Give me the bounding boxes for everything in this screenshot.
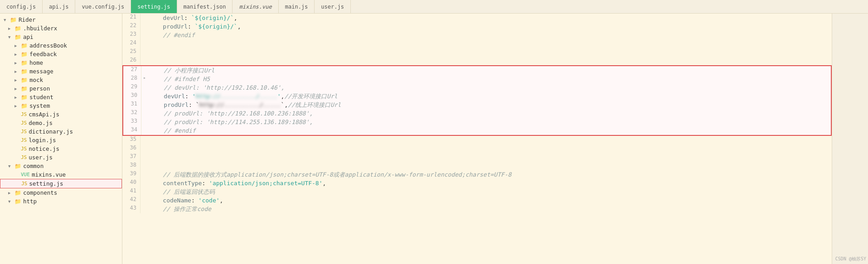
line-content-41: // 后端返回状态码 xyxy=(147,187,217,196)
line-fold-34[interactable] xyxy=(141,126,148,135)
line-content-26 xyxy=(147,57,154,65)
sidebar-item-message[interactable]: ▶📁message xyxy=(0,67,122,76)
code-line-27: 27 // 小程序接口Url xyxy=(122,65,832,75)
code-line-40: 40 contentType: 'application/json;charse… xyxy=(122,179,832,187)
sidebar-item-addressBook[interactable]: ▶📁addressBook xyxy=(0,41,122,50)
line-number-41: 41 xyxy=(122,187,141,196)
line-content-27: // 小程序接口Url xyxy=(148,66,216,75)
tab-vue_config.js[interactable]: vue.config.js xyxy=(75,0,131,13)
sidebar-item-api[interactable]: ▼📁api xyxy=(0,33,122,41)
line-fold-41[interactable] xyxy=(141,187,147,196)
line-content-30: devUrl: 'http://........../.....',//开发环境… xyxy=(148,92,339,101)
tab-config_js[interactable]: config.js xyxy=(0,0,43,13)
line-number-25: 25 xyxy=(122,48,141,57)
line-fold-43[interactable] xyxy=(141,205,147,213)
code-line-23: 23 // #endif xyxy=(122,31,832,39)
sidebar-item-http[interactable]: ▼📁http xyxy=(0,197,122,206)
line-fold-22[interactable] xyxy=(141,22,147,31)
line-fold-29[interactable] xyxy=(141,83,148,92)
code-line-37: 37 xyxy=(122,153,832,162)
line-fold-23[interactable] xyxy=(141,31,147,39)
line-number-36: 36 xyxy=(122,144,141,153)
sidebar-item-notice[interactable]: JSnotice.js xyxy=(0,144,122,153)
sidebar-item-system[interactable]: ▶📁system xyxy=(0,101,122,110)
tab-setting_js[interactable]: setting.js xyxy=(131,0,177,13)
line-number-26: 26 xyxy=(122,57,141,65)
line-content-35 xyxy=(147,136,154,144)
sidebar-item-demo[interactable]: JSdemo.js xyxy=(0,119,122,127)
line-number-34: 34 xyxy=(123,126,141,135)
line-fold-33[interactable] xyxy=(141,118,148,126)
code-line-43: 43 // 操作正常code xyxy=(122,205,832,213)
line-fold-42[interactable] xyxy=(141,196,147,205)
code-line-41: 41 // 后端返回状态码 xyxy=(122,187,832,196)
sidebar-item-login[interactable]: JSlogin.js xyxy=(0,136,122,144)
line-content-21: devUrl: `${origin}/`, xyxy=(147,14,239,22)
tab-main_js[interactable]: main.js xyxy=(279,0,315,13)
line-content-22: prodUrl: `${origin}/`, xyxy=(147,22,243,31)
code-line-26: 26 xyxy=(122,57,832,65)
sidebar-item-student[interactable]: ▶📁student xyxy=(0,93,122,101)
sidebar-item-user_api[interactable]: JSuser.js xyxy=(0,153,122,162)
line-fold-21[interactable] xyxy=(141,14,147,22)
tab-mixins_vue[interactable]: mixins.vue xyxy=(233,0,278,13)
line-number-40: 40 xyxy=(122,179,141,187)
code-line-28: 28▸ // #ifndef H5 xyxy=(122,75,832,83)
line-fold-32[interactable] xyxy=(141,109,148,118)
code-line-24: 24 xyxy=(122,39,832,48)
code-line-25: 25 xyxy=(122,48,832,57)
line-number-29: 29 xyxy=(123,83,141,92)
main-layout: ▼📁Rider▶📁.hbuilderx▼📁api▶📁addressBook▶📁f… xyxy=(0,14,868,264)
line-content-24 xyxy=(147,39,154,48)
line-number-43: 43 xyxy=(122,205,141,213)
code-editor: 21 devUrl: `${origin}/`,22 prodUrl: `${o… xyxy=(122,14,832,264)
sidebar-item-mixins_vue[interactable]: VUEmixins.vue xyxy=(0,170,122,179)
sidebar-item-mock[interactable]: ▶📁mock xyxy=(0,76,122,84)
sidebar-item-feedback[interactable]: ▶📁feedback xyxy=(0,50,122,58)
line-content-36 xyxy=(147,144,154,153)
sidebar-item-home[interactable]: ▶📁home xyxy=(0,58,122,67)
line-content-43: // 操作正常code xyxy=(147,205,213,213)
line-fold-27[interactable] xyxy=(141,66,148,75)
line-fold-37[interactable] xyxy=(141,153,147,162)
sidebar-item-common[interactable]: ▼📁common xyxy=(0,162,122,170)
sidebar-item-setting_js[interactable]: JSsetting.js xyxy=(0,179,122,188)
sidebar-item-components[interactable]: ▶📁components xyxy=(0,188,122,197)
line-number-28: 28 xyxy=(123,75,141,83)
tab-user_js[interactable]: user.js xyxy=(315,0,351,13)
line-content-34: // #endif xyxy=(148,126,198,135)
line-content-32: // prodUrl: 'http://192.168.100.236:1888… xyxy=(148,109,315,118)
line-fold-36[interactable] xyxy=(141,144,147,153)
line-number-22: 22 xyxy=(122,22,141,31)
sidebar-item-hbuilderx[interactable]: ▶📁.hbuilderx xyxy=(0,24,122,33)
line-fold-39[interactable] xyxy=(141,170,147,179)
code-line-36: 36 xyxy=(122,144,832,153)
line-content-42: codeName: 'code', xyxy=(147,196,225,205)
line-fold-30[interactable] xyxy=(141,92,148,101)
line-fold-28[interactable]: ▸ xyxy=(141,75,148,83)
code-line-30: 30 devUrl: 'http://........../.....',//开… xyxy=(122,92,832,101)
line-content-23: // #endif xyxy=(147,31,197,39)
line-number-39: 39 xyxy=(122,170,141,179)
line-number-23: 23 xyxy=(122,31,141,39)
tab-api_js[interactable]: api.js xyxy=(43,0,75,13)
line-fold-38[interactable] xyxy=(141,162,147,170)
line-content-38 xyxy=(147,162,154,170)
sidebar-item-cmsApi[interactable]: JScmsApi.js xyxy=(0,110,122,119)
code-lines: 21 devUrl: `${origin}/`,22 prodUrl: `${o… xyxy=(122,14,832,213)
sidebar-root[interactable]: ▼📁Rider xyxy=(0,15,122,24)
line-content-40: contentType: 'application/json;charset=U… xyxy=(147,179,328,187)
line-number-31: 31 xyxy=(123,101,141,109)
line-content-33: // prodUrl: 'http://114.255.136.189:1888… xyxy=(148,118,315,126)
line-fold-31[interactable] xyxy=(141,101,148,109)
line-fold-26[interactable] xyxy=(141,57,147,65)
sidebar-item-person[interactable]: ▶📁person xyxy=(0,84,122,93)
sidebar: ▼📁Rider▶📁.hbuilderx▼📁api▶📁addressBook▶📁f… xyxy=(0,14,122,264)
line-fold-40[interactable] xyxy=(141,179,147,187)
line-fold-24[interactable] xyxy=(141,39,147,48)
sidebar-item-dictionary[interactable]: JSdictionary.js xyxy=(0,127,122,136)
line-number-32: 32 xyxy=(123,109,141,118)
line-fold-35[interactable] xyxy=(141,136,147,144)
tab-manifest_json[interactable]: manifest.json xyxy=(177,0,233,13)
line-fold-25[interactable] xyxy=(141,48,147,57)
